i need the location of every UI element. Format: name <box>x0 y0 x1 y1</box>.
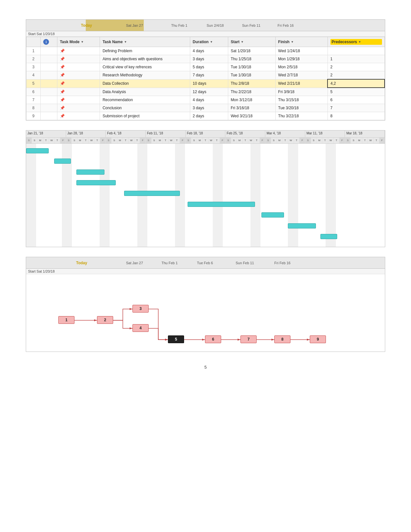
day-cell: T <box>174 138 180 143</box>
day-cell: T <box>134 138 140 143</box>
col-duration[interactable]: Duration ▼ <box>190 37 228 47</box>
row-predecessors: 1 <box>328 55 385 63</box>
col-finish[interactable]: Finish ▼ <box>275 37 328 47</box>
day-cell: S <box>226 138 231 143</box>
day-cell: T <box>362 138 368 143</box>
day-cell: S <box>72 138 77 143</box>
network-body: 123456789 <box>26 274 385 352</box>
day-cell: S <box>106 138 112 143</box>
day-cell: T <box>282 138 288 143</box>
col-info: i <box>41 37 57 47</box>
net-date-2: Thu Feb 1 <box>161 261 178 265</box>
row-predecessors: 8 <box>328 112 385 120</box>
info-icon: i <box>43 39 49 45</box>
week-label: Feb 4, '18 <box>106 131 146 137</box>
task-mode-icon: 📌 <box>60 49 65 53</box>
net-node-5: 5 <box>168 335 184 343</box>
day-cell: W <box>89 138 94 143</box>
duration-dropdown[interactable]: ▼ <box>210 40 213 44</box>
gantt-bar-2 <box>54 159 71 164</box>
row-task-mode: 📌 <box>57 63 100 71</box>
net-date-4: Sun Feb 11 <box>236 261 254 265</box>
week-label: Mar 11, '18 <box>305 131 345 137</box>
row-task-mode: 📌 <box>57 47 100 55</box>
row-info <box>41 71 57 80</box>
day-cell: M <box>317 138 322 143</box>
row-task-mode: 📌 <box>57 79 100 88</box>
row-finish: Wed 2/7/18 <box>275 71 328 80</box>
row-info <box>41 112 57 120</box>
gantt-table-section: Today Sat Jan 27 Thu Feb 1 Sun 2/4/18 Su… <box>26 19 385 121</box>
day-cell: S <box>191 138 197 143</box>
gantt-weeks-row: Jan 21, '18Jan 28, '18Feb 4, '18Feb 11, … <box>26 131 385 138</box>
day-cell: T <box>163 138 169 143</box>
task-mode-icon: 📌 <box>60 98 65 102</box>
row-id: 7 <box>26 96 41 104</box>
row-task-name: Data Analysis <box>100 88 190 96</box>
start-date: Sat 1/20/18 <box>36 32 54 36</box>
table-row: 7 📌 Recommendation 4 days Mon 3/12/18 Th… <box>26 96 385 104</box>
task-mode-icon: 📌 <box>60 73 65 77</box>
row-info <box>41 63 57 71</box>
day-cell: F <box>180 138 186 143</box>
row-id: 1 <box>26 47 41 55</box>
col-task-name[interactable]: Task Name ▼ <box>100 37 190 47</box>
finish-dropdown[interactable]: ▼ <box>291 40 294 44</box>
net-start-label: Start <box>28 269 35 273</box>
task-mode-dropdown[interactable]: ▼ <box>81 40 84 44</box>
start-dropdown[interactable]: ▼ <box>241 40 244 44</box>
row-task-name: Submission of project <box>100 112 190 120</box>
gantt-bar-5 <box>124 191 180 196</box>
row-duration: 10 days <box>190 79 228 88</box>
day-cell: T <box>374 138 379 143</box>
timeline-date-5: Fri Feb 16 <box>278 24 294 27</box>
timeline-date-2: Thu Feb 1 <box>171 24 187 27</box>
col-start[interactable]: Start ▼ <box>228 37 275 47</box>
net-node-1: 1 <box>58 316 74 324</box>
day-cell: F <box>379 138 385 143</box>
net-node-4: 4 <box>132 324 149 332</box>
row-finish: Wed 2/21/18 <box>275 79 328 88</box>
day-cell: S <box>146 138 152 143</box>
col-task-mode[interactable]: Task Mode ▼ <box>57 37 100 47</box>
timeline-date-3: Sun 2/4/18 <box>207 24 224 27</box>
day-cell: F <box>140 138 146 143</box>
day-cell: F <box>260 138 266 143</box>
day-cell: S <box>186 138 191 143</box>
row-task-mode: 📌 <box>57 55 100 63</box>
row-id: 8 <box>26 104 41 112</box>
row-id: 4 <box>26 71 41 80</box>
day-cell: T <box>294 138 300 143</box>
gantt-bar-3 <box>76 169 104 175</box>
row-predecessors: 2 <box>328 63 385 71</box>
day-cell: W <box>49 138 55 143</box>
timeline-date-4: Sun Feb 11 <box>242 24 260 27</box>
row-task-name: Critical view of key refrences <box>100 63 190 71</box>
table-row: 9 📌 Submission of project 2 days Wed 3/2… <box>26 112 385 120</box>
predecessors-dropdown[interactable]: ▼ <box>358 40 361 44</box>
row-info <box>41 96 57 104</box>
col-predecessors[interactable]: Predecessors ▼ <box>328 37 385 47</box>
task-name-dropdown[interactable]: ▼ <box>124 40 127 44</box>
day-cell: W <box>209 138 214 143</box>
day-cell: M <box>37 138 43 143</box>
row-predecessors <box>328 47 385 55</box>
day-cell: M <box>157 138 163 143</box>
net-node-9: 9 <box>310 335 326 343</box>
row-duration: 12 days <box>190 88 228 96</box>
day-cell: M <box>77 138 83 143</box>
net-node-7: 7 <box>240 335 257 343</box>
task-mode-icon: 📌 <box>60 90 65 94</box>
gantt-days-row: SSMTWTFSSMTWTFSSMTWTFSSMTWTFSSMTWTFSSMTW… <box>26 138 385 143</box>
row-predecessors: 5 <box>328 88 385 96</box>
day-cell: W <box>368 138 374 143</box>
day-cell: S <box>231 138 237 143</box>
row-id: 3 <box>26 63 41 71</box>
row-info <box>41 55 57 63</box>
day-cell: T <box>214 138 220 143</box>
day-cell: W <box>248 138 254 143</box>
day-cell: F <box>339 138 345 143</box>
row-finish: Thu 3/15/18 <box>275 96 328 104</box>
row-task-mode: 📌 <box>57 96 100 104</box>
row-finish: Wed 1/24/18 <box>275 47 328 55</box>
